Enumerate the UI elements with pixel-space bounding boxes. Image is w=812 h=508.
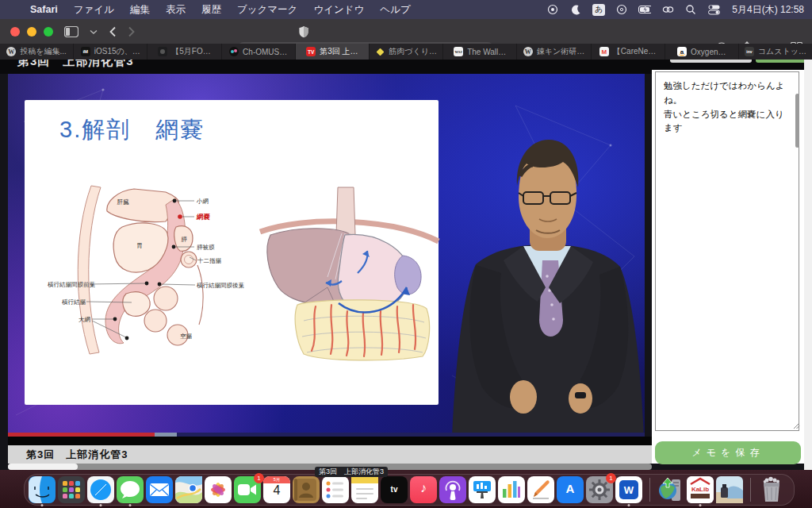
- label-liver: 肝臓: [117, 198, 130, 206]
- sidebar-chevron-icon[interactable]: [90, 29, 98, 35]
- spotlight-icon[interactable]: [684, 3, 697, 16]
- dock-separator: [649, 478, 650, 502]
- tab-label: 投稿を編集...: [20, 46, 67, 57]
- menu-item-bookmarks[interactable]: ブックマーク: [237, 3, 297, 17]
- tab-label: 【5月FO…: [171, 46, 210, 57]
- menu-bar: Safari ファイル 編集 表示 履歴 ブックマーク ウインドウ ヘルプ あ …: [0, 0, 812, 19]
- tab-kinniku[interactable]: 筋肉づくり…: [370, 44, 443, 60]
- tab-amazon-oxygen[interactable]: a Oxygen…: [665, 44, 739, 60]
- label-lesser-omentum: 小網: [196, 198, 209, 205]
- app-store-icon[interactable]: A: [557, 476, 584, 503]
- screen-recording-icon[interactable]: [546, 3, 559, 16]
- desktop: 第3回 上部消化管3 1: [0, 470, 812, 508]
- label-stomach: 胃: [136, 242, 143, 249]
- finder-icon[interactable]: [29, 476, 56, 503]
- menu-item-window[interactable]: ウインドウ: [313, 3, 364, 17]
- notes-icon[interactable]: [351, 476, 378, 503]
- kalib-icon[interactable]: KaLib: [687, 476, 714, 503]
- dock-tooltip: 第3回 上部消化管3: [315, 467, 388, 477]
- calendar-icon[interactable]: 5月 4: [263, 476, 290, 503]
- control-center-icon[interactable]: [707, 3, 720, 16]
- horizontal-scrollbar-thumb[interactable]: [8, 464, 78, 470]
- apple-tv-label: tv: [381, 484, 408, 494]
- tab-comstock[interactable]: inv コムストッ…: [739, 44, 812, 60]
- facetime-badge: 1: [254, 473, 264, 483]
- launchpad-icon[interactable]: [58, 476, 85, 503]
- tab-label: 第3回 上…: [320, 46, 358, 57]
- focus-moon-icon[interactable]: [569, 3, 582, 16]
- memo-textarea[interactable]: 勉強しただけではわからんよね。 青いところ切ると網嚢に入ります: [655, 71, 799, 431]
- privacy-shield-icon[interactable]: [298, 25, 309, 38]
- back-button[interactable]: [109, 26, 117, 37]
- tab-label: iOS15の、…: [94, 46, 140, 57]
- screen: Safari ファイル 編集 表示 履歴 ブックマーク ウインドウ ヘルプ あ …: [0, 0, 812, 508]
- menu-item-help[interactable]: ヘルプ: [380, 3, 410, 17]
- messages-icon[interactable]: [117, 476, 144, 503]
- input-source-icon[interactable]: あ: [592, 4, 605, 16]
- podcasts-icon[interactable]: [439, 476, 466, 503]
- lecture-slide: 3.解剖 網嚢: [25, 100, 439, 405]
- muscle-site-icon: [375, 47, 385, 56]
- surgical-diagram: [256, 186, 442, 364]
- display-status-icon[interactable]: [615, 3, 628, 16]
- video-player[interactable]: 3.解剖 網嚢: [8, 74, 645, 437]
- tab-ios15[interactable]: iM iOS15の、…: [74, 44, 147, 60]
- maps-icon[interactable]: [175, 476, 202, 503]
- word-icon[interactable]: W: [615, 476, 642, 503]
- label-omental-bursa: 網嚢: [196, 213, 211, 221]
- mail-icon[interactable]: [146, 476, 173, 503]
- tab-label: Ch-OMUS…: [243, 48, 287, 56]
- vertical-scrollbar[interactable]: [804, 60, 812, 470]
- omus-icon: [229, 47, 239, 56]
- safari-icon[interactable]: [87, 476, 114, 503]
- tab-5gatsu-fo[interactable]: 【5月FO…: [147, 44, 221, 60]
- facetime-icon[interactable]: 1: [234, 476, 261, 503]
- tab-gmail-carenet[interactable]: M 【CareNe…: [592, 44, 665, 60]
- window-zoom-button[interactable]: [44, 27, 53, 37]
- forward-button[interactable]: [128, 26, 136, 37]
- battery-icon[interactable]: [638, 3, 651, 16]
- tab-wsj[interactable]: WSJ The Wall…: [443, 44, 517, 60]
- trash-icon[interactable]: [758, 476, 785, 503]
- tab-carenet-active[interactable]: TV 第3回 上…: [296, 44, 370, 60]
- personal-hotspot-icon[interactable]: [661, 3, 674, 16]
- tab-ch-omus[interactable]: Ch-OMUS…: [222, 44, 296, 60]
- textarea-resize-handle[interactable]: [793, 422, 800, 429]
- clipped-search-element: [670, 60, 752, 63]
- running-indicator: [100, 504, 102, 506]
- music-note-glyph: ♪: [410, 481, 437, 495]
- contacts-icon[interactable]: [293, 476, 320, 503]
- menu-item-view[interactable]: 表示: [166, 3, 186, 17]
- menu-item-file[interactable]: ファイル: [74, 3, 114, 17]
- tab-label: コムストッ…: [758, 46, 806, 57]
- window-minimize-button[interactable]: [27, 27, 36, 37]
- menu-item-edit[interactable]: 編集: [130, 3, 150, 17]
- page-content: 第3回 上部消化管3 3.解剖 網嚢: [0, 60, 812, 470]
- menu-clock[interactable]: 5月4日(木) 12:58: [732, 3, 804, 17]
- keynote-icon[interactable]: [469, 476, 496, 503]
- tab-label: 錬キン術研…: [537, 46, 584, 57]
- music-icon[interactable]: ♪: [410, 476, 437, 503]
- pages-icon[interactable]: [527, 476, 554, 503]
- menu-item-history[interactable]: 履歴: [201, 3, 221, 17]
- system-settings-icon[interactable]: 1: [586, 476, 613, 503]
- tab-label: The Wall…: [467, 48, 506, 56]
- label-transverse-colon: 横行結腸: [62, 298, 86, 306]
- running-indicator: [129, 504, 132, 506]
- tab-wordpress-edit[interactable]: W 投稿を編集...: [0, 44, 74, 60]
- photos-icon[interactable]: [205, 476, 232, 503]
- apple-tv-icon[interactable]: tv: [381, 476, 408, 503]
- save-memo-button[interactable]: メモを保存: [655, 441, 801, 464]
- reminders-icon[interactable]: [322, 476, 349, 503]
- numbers-icon[interactable]: [498, 476, 525, 503]
- calendar-day: 4: [263, 483, 290, 498]
- tab-renkin[interactable]: W 錬キン術研…: [517, 44, 591, 60]
- memo-scrollbar-thumb[interactable]: [795, 94, 799, 148]
- menu-app-name[interactable]: Safari: [30, 4, 58, 15]
- sidebar-toggle-icon[interactable]: [64, 26, 79, 37]
- image-file-icon[interactable]: [716, 476, 743, 503]
- globe-app-icon[interactable]: [657, 476, 684, 503]
- window-close-button[interactable]: [10, 27, 20, 37]
- wsj-icon: WSJ: [454, 47, 463, 56]
- label-greater-omentum: 大網: [79, 316, 90, 323]
